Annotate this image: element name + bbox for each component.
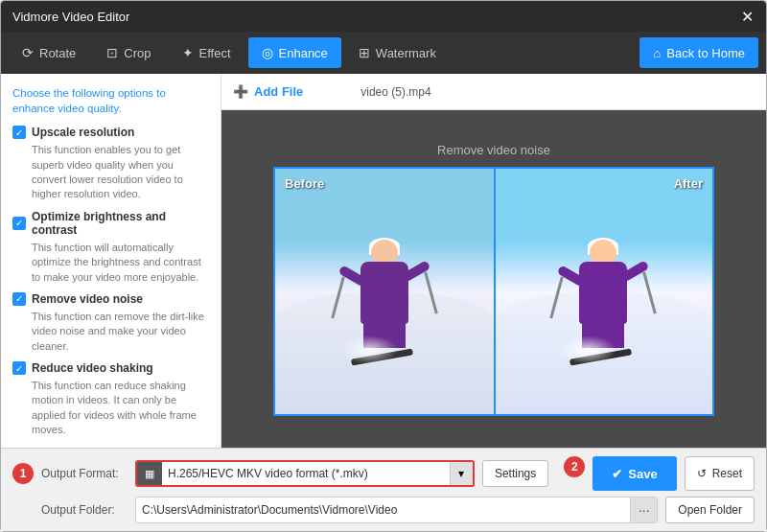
option-upscale: ✓ Upscale resolution This function enabl… (12, 126, 209, 202)
app-title: Vidmore Video Editor (12, 10, 739, 24)
effect-icon: ✦ (182, 45, 194, 60)
before-image (275, 169, 494, 414)
badge-2: 2 (564, 456, 585, 477)
title-bar: Vidmore Video Editor ✕ (1, 1, 766, 32)
close-button[interactable]: ✕ (739, 9, 755, 24)
brightness-checkbox[interactable]: ✓ (12, 217, 26, 230)
effect-label: Remove video noise (437, 143, 550, 157)
brightness-label: Optimize brightness and contrast (32, 210, 209, 237)
file-name: video (5).mp4 (360, 85, 430, 99)
format-dropdown-arrow[interactable]: ▾ (450, 462, 473, 485)
nav-enhance-label: Enhance (279, 46, 328, 60)
check-icon: ✓ (15, 218, 23, 228)
noise-checkbox[interactable]: ✓ (12, 292, 26, 306)
format-select[interactable]: ▦ H.265/HEVC MKV video format (*.mkv) ▾ (135, 460, 475, 487)
brightness-row: ✓ Optimize brightness and contrast (12, 210, 209, 237)
right-panel: ➕ Add File video (5).mp4 Remove video no… (221, 74, 766, 448)
noise-row: ✓ Remove video noise (12, 292, 209, 306)
format-label: Output Format: (41, 467, 128, 480)
upscale-checkbox[interactable]: ✓ (12, 126, 26, 139)
back-home-button[interactable]: ⌂ Back to Home (639, 37, 758, 68)
save-label: Save (628, 467, 657, 481)
upscale-label: Upscale resolution (32, 126, 134, 139)
format-value: H.265/HEVC MKV video format (*.mkv) (162, 467, 450, 480)
folder-row: Output Folder: C:\Users\Administrator\Do… (12, 497, 755, 523)
nav-rotate[interactable]: ⟳ Rotate (9, 37, 89, 68)
nav-effect-label: Effect (199, 46, 231, 60)
check-icon: ✓ (15, 127, 23, 138)
option-shaking: ✓ Reduce video shaking This function can… (12, 361, 209, 438)
enhance-icon: ◎ (262, 45, 273, 60)
add-file-label: Add File (254, 84, 303, 99)
app-window: Vidmore Video Editor ✕ ⟳ Rotate ⊡ Crop ✦… (0, 0, 767, 532)
before-preview: Before (275, 169, 494, 414)
shaking-desc: This function can reduce shaking motion … (32, 379, 209, 438)
add-icon: ➕ (233, 84, 248, 99)
add-file-button[interactable]: ➕ Add File (233, 84, 303, 99)
nav-effect[interactable]: ✦ Effect (169, 37, 244, 68)
save-button[interactable]: ✔ Save (593, 456, 676, 491)
nav-crop-label: Crop (124, 46, 151, 60)
main-content: Choose the following options to enhance … (1, 74, 766, 448)
nav-crop[interactable]: ⊡ Crop (93, 37, 164, 68)
upscale-desc: This function enables you to get superb … (32, 143, 209, 202)
back-home-label: Back to Home (666, 46, 745, 60)
format-file-icon: ▦ (137, 462, 162, 485)
video-preview-area: Remove video noise Before (221, 110, 766, 448)
after-preview: After (494, 169, 712, 414)
reset-label: Reset (712, 467, 742, 480)
nav-enhance[interactable]: ◎ Enhance (248, 37, 341, 68)
format-row: 1 Output Format: ▦ H.265/HEVC MKV video … (12, 456, 755, 491)
check-icon: ✓ (15, 293, 23, 304)
open-folder-button[interactable]: Open Folder (665, 497, 755, 523)
shaking-row: ✓ Reduce video shaking (12, 361, 209, 375)
nav-rotate-label: Rotate (39, 46, 76, 60)
badge-1: 1 (12, 463, 34, 484)
brightness-desc: This function will automatically optimiz… (32, 241, 209, 285)
panel-title: Choose the following options to enhance … (12, 85, 209, 116)
settings-button[interactable]: Settings (482, 460, 548, 487)
option-brightness: ✓ Optimize brightness and contrast This … (12, 210, 209, 285)
upscale-row: ✓ Upscale resolution (12, 126, 209, 139)
folder-path-input[interactable]: C:\Users\Administrator\Documents\Vidmore… (135, 497, 658, 523)
before-label: Before (285, 176, 324, 191)
crop-icon: ⊡ (106, 45, 118, 60)
right-header: ➕ Add File video (5).mp4 (221, 74, 766, 110)
noise-desc: This function can remove the dirt-like v… (32, 310, 209, 354)
after-image (494, 169, 712, 414)
reset-button[interactable]: ↺ Reset (685, 456, 755, 491)
save-check-icon: ✔ (612, 467, 622, 481)
rotate-icon: ⟳ (22, 45, 34, 60)
noise-label: Remove video noise (32, 292, 143, 306)
nav-bar: ⟳ Rotate ⊡ Crop ✦ Effect ◎ Enhance ⊞ Wat… (1, 32, 766, 74)
home-icon: ⌂ (653, 46, 661, 60)
preview-divider (494, 169, 496, 414)
folder-label: Output Folder: (41, 503, 128, 517)
nav-watermark[interactable]: ⊞ Watermark (345, 37, 450, 68)
shaking-label: Reduce video shaking (32, 361, 153, 375)
after-label: After (674, 176, 703, 191)
left-panel: Choose the following options to enhance … (1, 74, 221, 448)
action-buttons: 2 ✔ Save ↺ Reset (564, 456, 755, 491)
folder-browse-button[interactable]: ··· (630, 497, 657, 522)
folder-path: C:\Users\Administrator\Documents\Vidmore… (136, 503, 630, 517)
option-noise: ✓ Remove video noise This function can r… (12, 292, 209, 354)
before-after-preview: Before (273, 167, 714, 416)
reset-icon: ↺ (697, 467, 707, 480)
shaking-checkbox[interactable]: ✓ (12, 361, 26, 375)
watermark-icon: ⊞ (359, 45, 370, 60)
bottom-bar: 1 Output Format: ▦ H.265/HEVC MKV video … (1, 448, 766, 531)
nav-watermark-label: Watermark (376, 46, 436, 60)
check-icon: ✓ (15, 363, 23, 374)
